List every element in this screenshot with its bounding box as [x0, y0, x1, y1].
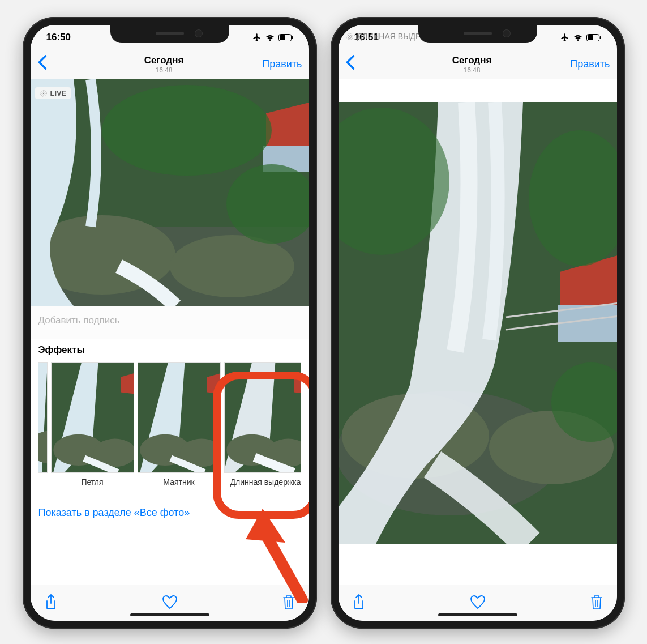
share-icon [352, 594, 366, 611]
nav-subtitle: 16:48 [379, 66, 565, 74]
effect-card-bounce[interactable]: Маятник [138, 362, 221, 487]
wifi-icon [573, 33, 583, 41]
effect-card-loop[interactable]: Петля [51, 362, 134, 487]
status-time: 16:50 [46, 32, 71, 43]
nav-title-group: Сегодня 16:48 [379, 55, 565, 74]
effect-thumb-image [225, 363, 301, 472]
screen-right: 16:51 Сегодня 16:48 Править ДЛИННАЯ ВЫДЕ… [339, 25, 617, 621]
delete-button[interactable] [590, 594, 603, 612]
nav-bar: Сегодня 16:48 Править [31, 50, 309, 79]
svg-rect-1 [280, 35, 285, 40]
screen-left: 16:50 Сегодня 16:48 Править LIVE [31, 25, 309, 621]
content-right: ДЛИННАЯ ВЫДЕРЖКА [339, 79, 617, 621]
phone-frame-left: 16:50 Сегодня 16:48 Править LIVE [23, 17, 317, 629]
live-icon [40, 89, 48, 97]
share-button[interactable] [352, 594, 366, 613]
live-badge-text: LIVE [50, 89, 67, 97]
notch [110, 25, 229, 43]
effect-thumb-image [138, 363, 220, 472]
photo-hero[interactable] [339, 102, 617, 544]
caption-input[interactable]: Добавить подпись [31, 306, 309, 339]
effect-card-0[interactable] [38, 362, 48, 487]
nav-subtitle: 16:48 [71, 66, 257, 74]
wifi-icon [265, 33, 275, 41]
effect-label: Петля [51, 477, 134, 487]
nav-title: Сегодня [379, 55, 565, 66]
home-indicator [438, 613, 517, 616]
svg-point-14 [38, 430, 47, 464]
nav-title: Сегодня [71, 55, 257, 66]
edit-button[interactable]: Править [257, 58, 302, 70]
photo-hero[interactable]: LIVE [31, 79, 309, 306]
svg-point-5 [42, 92, 44, 93]
content-left: LIVE Добавить подпись [31, 79, 309, 621]
svg-point-9 [170, 235, 294, 297]
share-button[interactable] [44, 594, 58, 613]
nav-bar: Сегодня 16:48 Править [339, 50, 617, 79]
status-indicators [252, 33, 293, 42]
chevron-left-icon [345, 54, 355, 70]
effect-label: Длинная выдержка [224, 477, 301, 487]
effect-card-long-exposure[interactable]: Длинная выдержка [224, 362, 301, 487]
chevron-left-icon [37, 54, 48, 70]
effect-thumb-image [52, 363, 134, 472]
effect-label: Маятник [138, 477, 221, 487]
svg-rect-25 [588, 35, 593, 40]
nav-title-group: Сегодня 16:48 [71, 55, 257, 74]
back-button[interactable] [37, 54, 71, 74]
home-indicator [130, 613, 209, 616]
caption-placeholder: Добавить подпись [38, 315, 120, 326]
svg-rect-26 [599, 36, 601, 39]
status-indicators [560, 33, 601, 42]
battery-icon [586, 34, 601, 41]
airplane-icon [252, 33, 262, 42]
photo-thumbnail [31, 79, 309, 306]
delete-button[interactable] [282, 594, 295, 612]
share-icon [44, 594, 58, 611]
photo-long-exposure [339, 102, 617, 544]
show-in-all-photos-link[interactable]: Показать в разделе «Все фото» [38, 507, 301, 519]
heart-icon [162, 595, 178, 609]
svg-point-11 [102, 85, 272, 176]
svg-rect-2 [292, 36, 293, 39]
battery-icon [278, 34, 293, 41]
live-badge: LIVE [35, 87, 71, 99]
trash-icon [282, 594, 295, 610]
notch [418, 25, 537, 43]
edit-button[interactable]: Править [565, 58, 610, 70]
airplane-icon [560, 33, 569, 42]
effects-title: Эффекты [38, 344, 301, 356]
effects-section: Эффекты [31, 339, 309, 487]
effect-thumb-image [38, 363, 47, 472]
heart-icon [470, 595, 486, 609]
trash-icon [590, 594, 603, 610]
back-button[interactable] [345, 54, 379, 74]
effects-row[interactable]: Петля Маятник [38, 362, 301, 487]
phone-frame-right: 16:51 Сегодня 16:48 Править ДЛИННАЯ ВЫДЕ… [331, 17, 625, 629]
favorite-button[interactable] [162, 595, 178, 612]
favorite-button[interactable] [470, 595, 486, 612]
